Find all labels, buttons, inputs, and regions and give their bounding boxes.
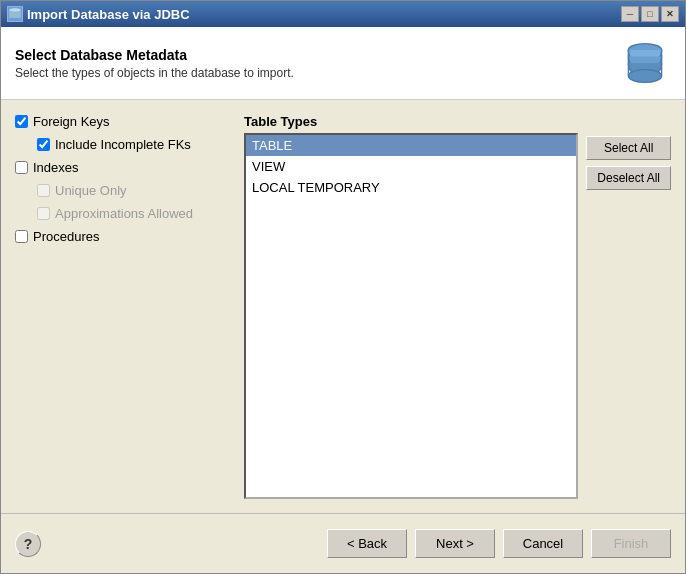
content: Foreign Keys Include Incomplete FKs Inde… bbox=[1, 100, 685, 513]
include-incomplete-fks-label: Include Incomplete FKs bbox=[55, 137, 191, 152]
svg-point-1 bbox=[9, 8, 21, 12]
footer-left: ? bbox=[15, 531, 41, 557]
unique-only-item[interactable]: Unique Only bbox=[37, 183, 230, 198]
procedures-item[interactable]: Procedures bbox=[15, 229, 230, 244]
include-incomplete-fks-checkbox[interactable] bbox=[37, 138, 50, 151]
list-item[interactable]: TABLE bbox=[246, 135, 576, 156]
foreign-keys-label: Foreign Keys bbox=[33, 114, 110, 129]
next-button[interactable]: Next > bbox=[415, 529, 495, 558]
foreign-keys-item[interactable]: Foreign Keys bbox=[15, 114, 230, 129]
table-types-section: Table Types TABLE VIEW LOCAL TEMPORARY bbox=[244, 114, 578, 499]
titlebar-controls: ─ □ ✕ bbox=[621, 6, 679, 22]
svg-point-3 bbox=[628, 69, 661, 82]
approx-allowed-label: Approximations Allowed bbox=[55, 206, 193, 221]
unique-only-label: Unique Only bbox=[55, 183, 127, 198]
footer: ? < Back Next > Cancel Finish bbox=[1, 513, 685, 573]
cancel-button[interactable]: Cancel bbox=[503, 529, 583, 558]
titlebar: Import Database via JDBC ─ □ ✕ bbox=[1, 1, 685, 27]
select-all-button[interactable]: Select All bbox=[586, 136, 671, 160]
help-button[interactable]: ? bbox=[15, 531, 41, 557]
indexes-label: Indexes bbox=[33, 160, 79, 175]
indexes-checkbox[interactable] bbox=[15, 161, 28, 174]
deselect-all-button[interactable]: Deselect All bbox=[586, 166, 671, 190]
table-types-title: Table Types bbox=[244, 114, 578, 129]
window-title: Import Database via JDBC bbox=[27, 7, 190, 22]
approx-allowed-checkbox bbox=[37, 207, 50, 220]
foreign-keys-checkbox[interactable] bbox=[15, 115, 28, 128]
titlebar-app-icon bbox=[7, 6, 23, 22]
footer-right: < Back Next > Cancel Finish bbox=[327, 529, 671, 558]
titlebar-left: Import Database via JDBC bbox=[7, 6, 190, 22]
finish-button[interactable]: Finish bbox=[591, 529, 671, 558]
header: Select Database Metadata Select the type… bbox=[1, 27, 685, 100]
left-panel: Foreign Keys Include Incomplete FKs Inde… bbox=[15, 114, 230, 499]
header-text: Select Database Metadata Select the type… bbox=[15, 47, 294, 80]
help-icon: ? bbox=[24, 536, 33, 552]
maximize-button[interactable]: □ bbox=[641, 6, 659, 22]
table-types-listbox[interactable]: TABLE VIEW LOCAL TEMPORARY bbox=[244, 133, 578, 499]
list-item[interactable]: LOCAL TEMPORARY bbox=[246, 177, 576, 198]
unique-only-checkbox bbox=[37, 184, 50, 197]
database-icon bbox=[619, 37, 671, 89]
approx-allowed-item[interactable]: Approximations Allowed bbox=[37, 206, 230, 221]
main-window: Import Database via JDBC ─ □ ✕ Select Da… bbox=[0, 0, 686, 574]
indexes-item[interactable]: Indexes bbox=[15, 160, 230, 175]
right-panel: Table Types TABLE VIEW LOCAL TEMPORARY S… bbox=[244, 114, 671, 499]
include-incomplete-fks-item[interactable]: Include Incomplete FKs bbox=[37, 137, 230, 152]
procedures-label: Procedures bbox=[33, 229, 99, 244]
page-title: Select Database Metadata bbox=[15, 47, 294, 63]
back-button[interactable]: < Back bbox=[327, 529, 407, 558]
page-subtitle: Select the types of objects in the datab… bbox=[15, 66, 294, 80]
procedures-checkbox[interactable] bbox=[15, 230, 28, 243]
list-item[interactable]: VIEW bbox=[246, 156, 576, 177]
close-button[interactable]: ✕ bbox=[661, 6, 679, 22]
side-buttons: Select All Deselect All bbox=[586, 114, 671, 499]
minimize-button[interactable]: ─ bbox=[621, 6, 639, 22]
